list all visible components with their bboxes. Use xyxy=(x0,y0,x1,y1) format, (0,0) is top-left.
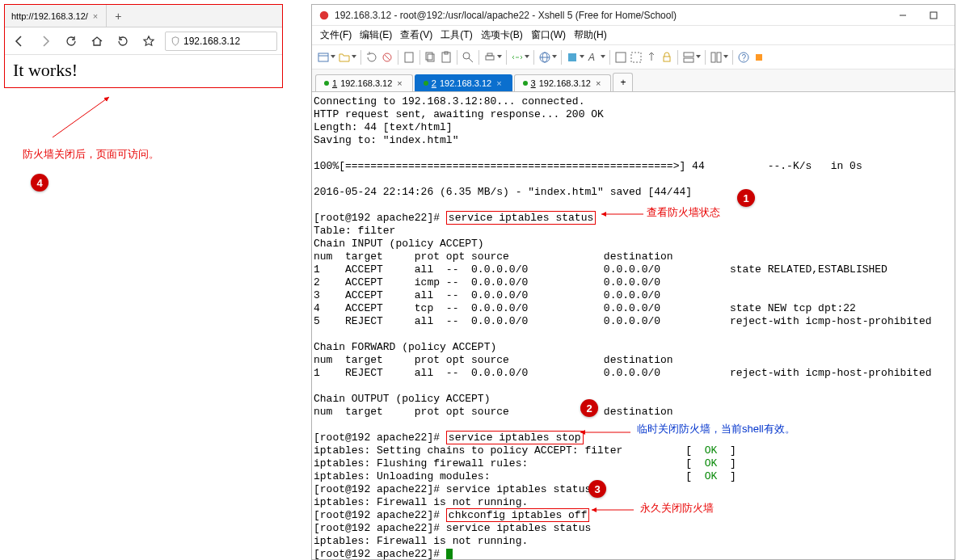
xshell-window: 192.168.3.12 - root@192:/usr/local/apach… xyxy=(311,4,955,560)
terminal-cursor xyxy=(446,549,453,559)
copy-icon[interactable] xyxy=(424,51,437,64)
close-icon[interactable]: × xyxy=(594,78,602,88)
color-icon[interactable] xyxy=(566,51,579,64)
title-bar: 192.168.3.12 - root@192:/usr/local/apach… xyxy=(312,5,955,26)
menu-window[interactable]: 窗口(W) xyxy=(528,27,569,44)
paste-icon[interactable] xyxy=(440,51,453,64)
app-icon xyxy=(318,10,330,21)
annotation-bubble-1: 1 xyxy=(737,189,755,207)
svg-text:A: A xyxy=(588,52,595,63)
svg-point-13 xyxy=(463,53,470,59)
properties-icon[interactable] xyxy=(403,51,415,64)
transfer-icon[interactable] xyxy=(511,51,524,64)
svg-line-7 xyxy=(385,55,390,60)
annotation-text-3: 永久关闭防火墙 xyxy=(640,501,714,516)
svg-line-0 xyxy=(53,97,109,137)
svg-point-1 xyxy=(320,11,329,19)
browser-tabs: http://192.168.3.12/ × + xyxy=(5,5,282,27)
open-icon[interactable] xyxy=(338,51,351,64)
annotation-bubble-2: 2 xyxy=(580,399,598,417)
svg-rect-4 xyxy=(318,53,328,61)
svg-rect-27 xyxy=(711,53,715,62)
svg-rect-28 xyxy=(717,53,721,62)
new-session-tab[interactable]: + xyxy=(613,73,633,91)
svg-rect-8 xyxy=(405,53,413,62)
new-tab-button[interactable]: + xyxy=(107,10,129,23)
svg-rect-26 xyxy=(684,58,694,62)
find-icon[interactable] xyxy=(462,51,474,64)
address-bar[interactable]: 192.168.3.12 xyxy=(165,32,277,51)
globe-icon[interactable] xyxy=(538,51,551,64)
menu-view[interactable]: 查看(V) xyxy=(397,27,436,44)
forward-button[interactable] xyxy=(36,32,55,51)
shield-icon xyxy=(171,36,180,46)
status-dot-icon xyxy=(523,81,528,86)
toolbar: A ? xyxy=(312,45,955,69)
svg-rect-23 xyxy=(631,53,641,62)
help-icon[interactable]: ? xyxy=(737,51,750,64)
layout-icon[interactable] xyxy=(710,51,723,64)
menu-tools[interactable]: 工具(T) xyxy=(437,27,475,44)
menu-help[interactable]: 帮助(H) xyxy=(571,27,610,44)
disconnect-icon[interactable] xyxy=(381,51,394,64)
svg-line-14 xyxy=(469,58,473,62)
highlighted-command-2: service iptables stop xyxy=(446,431,584,444)
minimize-button[interactable] xyxy=(888,6,917,24)
session-tabs: 1 192.168.3.12× 2 192.168.3.12× 3 192.16… xyxy=(312,69,955,92)
back-button[interactable] xyxy=(10,32,29,51)
svg-rect-31 xyxy=(756,54,762,61)
page-content: It works! xyxy=(5,55,282,86)
font-icon[interactable]: A xyxy=(587,51,600,64)
menu-tabs[interactable]: 选项卡(B) xyxy=(478,27,526,44)
fullscreen-icon[interactable] xyxy=(614,51,627,64)
annotation-bubble-4: 4 xyxy=(31,174,48,192)
svg-rect-25 xyxy=(684,53,694,57)
browser-toolbar: 192.168.3.12 xyxy=(5,27,282,55)
svg-rect-20 xyxy=(568,53,576,61)
svg-rect-16 xyxy=(487,53,492,56)
annotation-text-1: 查看防火墙状态 xyxy=(647,205,720,220)
star-button[interactable] xyxy=(139,32,158,51)
maximize-button[interactable] xyxy=(919,6,948,24)
menu-file[interactable]: 文件(F) xyxy=(317,27,355,44)
menu-bar: 文件(F) 编辑(E) 查看(V) 工具(T) 选项卡(B) 窗口(W) 帮助(… xyxy=(312,26,955,45)
redo-button[interactable] xyxy=(113,32,133,51)
highlighted-command-3: chkconfig iptables off xyxy=(446,508,590,522)
session-tab-3[interactable]: 3 192.168.3.12× xyxy=(514,74,612,91)
session-tab-1[interactable]: 1 192.168.3.12× xyxy=(315,74,413,91)
browser-tab[interactable]: http://192.168.3.12/ × xyxy=(5,5,107,27)
svg-rect-22 xyxy=(616,53,626,62)
svg-rect-24 xyxy=(664,57,670,61)
info-icon[interactable] xyxy=(753,51,765,64)
tab-title: http://192.168.3.12/ xyxy=(11,11,88,21)
close-icon[interactable]: × xyxy=(91,11,99,21)
status-dot-icon xyxy=(424,81,428,86)
annotation-text-2: 临时关闭防火墙，当前shell有效。 xyxy=(637,423,795,435)
window-title: 192.168.3.12 - root@192:/usr/local/apach… xyxy=(335,10,888,21)
browser-window: http://192.168.3.12/ × + 192.168.3.12 It… xyxy=(4,4,283,88)
annotation-bubble-3: 3 xyxy=(588,480,606,498)
close-icon[interactable]: × xyxy=(395,78,403,88)
refresh-button[interactable] xyxy=(61,32,81,51)
reconnect-icon[interactable] xyxy=(365,51,378,64)
transparent-icon[interactable] xyxy=(630,51,643,64)
svg-rect-9 xyxy=(428,54,434,61)
ontop-icon[interactable] xyxy=(645,51,658,64)
tile-h-icon[interactable] xyxy=(682,51,695,64)
svg-rect-10 xyxy=(426,53,432,60)
print-icon[interactable] xyxy=(483,51,496,64)
session-tab-2[interactable]: 2 192.168.3.12× xyxy=(415,74,512,91)
menu-edit[interactable]: 编辑(E) xyxy=(356,27,395,44)
close-icon[interactable]: × xyxy=(495,78,503,88)
annotation-text-4: 防火墙关闭后，页面可访问。 xyxy=(23,147,159,162)
svg-text:?: ? xyxy=(742,53,747,62)
svg-rect-3 xyxy=(930,12,937,19)
home-button[interactable] xyxy=(87,32,107,51)
new-session-icon[interactable] xyxy=(317,51,330,64)
svg-rect-15 xyxy=(486,56,494,60)
highlighted-command-1: service iptables status xyxy=(446,211,596,225)
address-text: 192.168.3.12 xyxy=(183,36,240,47)
lock-icon[interactable] xyxy=(660,51,673,64)
terminal[interactable]: Connecting to 192.168.3.12:80... connect… xyxy=(312,92,955,559)
status-dot-icon xyxy=(324,81,329,86)
